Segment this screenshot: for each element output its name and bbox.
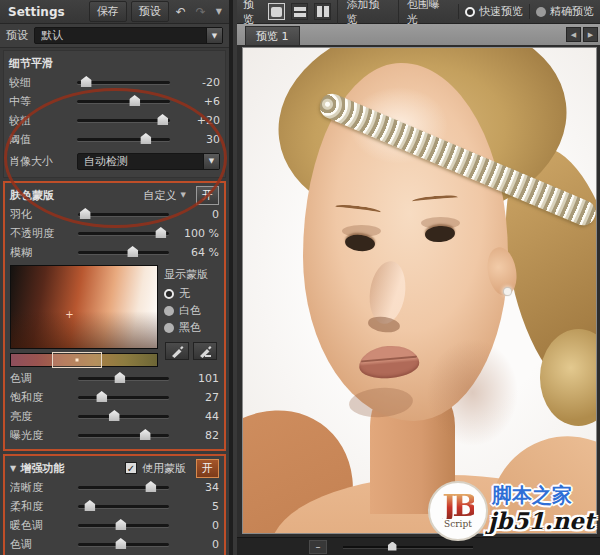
feather-slider[interactable] bbox=[78, 213, 169, 216]
view-split-horizontal-button[interactable] bbox=[291, 3, 308, 20]
accurate-preview-radio[interactable]: 精确预览 bbox=[529, 4, 594, 19]
show-mask-label: 显示蒙版 bbox=[164, 267, 219, 282]
slider-value: 64 % bbox=[175, 246, 219, 259]
slider-thumb[interactable] bbox=[96, 391, 107, 402]
slider-thumb[interactable] bbox=[155, 227, 166, 238]
sharpness-slider[interactable] bbox=[78, 486, 169, 489]
slider-value: 44 bbox=[175, 410, 219, 423]
detail-section-header[interactable]: 细节平滑 bbox=[9, 53, 220, 73]
preview-toolbar-label: 预览 bbox=[243, 0, 262, 27]
slider-label: 阈值 bbox=[9, 132, 71, 147]
portrait-jaw-shadow bbox=[427, 339, 519, 446]
skin-mask-header[interactable]: 肤色蒙版 自定义 ▼ 开 bbox=[10, 185, 219, 205]
tint-slider[interactable] bbox=[78, 543, 169, 546]
chevron-down-icon[interactable]: ▼ bbox=[213, 7, 225, 16]
slider-value: 101 bbox=[175, 372, 219, 385]
portraiture-plugin-window: Settings 保存 预设 ↶ ↷ ▼ 预设 默认 ▼ 细节平滑 较细 bbox=[0, 0, 600, 555]
zoom-slider-thumb[interactable] bbox=[388, 542, 397, 551]
slider-thumb[interactable] bbox=[114, 372, 125, 383]
coarse-slider[interactable] bbox=[77, 119, 170, 122]
slider-thumb[interactable] bbox=[140, 429, 151, 440]
enhancements-on-button[interactable]: 开 bbox=[196, 459, 219, 478]
saturation-slider[interactable] bbox=[78, 396, 169, 399]
hue-strip[interactable] bbox=[10, 353, 158, 367]
zoom-slider[interactable] bbox=[343, 546, 473, 548]
show-mask-option-black[interactable]: 黑色 bbox=[164, 319, 219, 336]
zoom-out-button[interactable]: – bbox=[309, 540, 327, 554]
show-mask-option-none[interactable]: 无 bbox=[164, 285, 219, 302]
slider-label: 色调 bbox=[10, 371, 72, 386]
radio-icon[interactable] bbox=[164, 306, 174, 316]
opacity-slider[interactable] bbox=[78, 232, 169, 235]
single-pane-icon bbox=[271, 7, 282, 17]
view-split-vertical-button[interactable] bbox=[314, 3, 331, 20]
threshold-slider[interactable] bbox=[77, 138, 170, 141]
mask-mode-dropdown[interactable]: 自定义 ▼ bbox=[144, 188, 186, 203]
warmth-slider[interactable] bbox=[78, 524, 169, 527]
slider-label: 饱和度 bbox=[10, 390, 72, 405]
collapse-caret-icon[interactable]: ▼ bbox=[10, 464, 16, 473]
preview-image[interactable] bbox=[242, 47, 597, 534]
eyedropper-add-button[interactable] bbox=[165, 342, 189, 360]
tab-preview-1[interactable]: 预览 1 bbox=[245, 26, 300, 45]
slider-thumb[interactable] bbox=[115, 519, 126, 530]
radio-selected-icon[interactable] bbox=[164, 289, 174, 299]
view-single-button[interactable] bbox=[268, 3, 285, 20]
medium-slider[interactable] bbox=[77, 100, 170, 103]
mask-on-button[interactable]: 开 bbox=[196, 186, 219, 205]
slider-thumb[interactable] bbox=[127, 246, 138, 257]
settings-titlebar: Settings 保存 预设 ↶ ↷ ▼ bbox=[0, 0, 229, 24]
slider-row-warmth: 暖色调 0 bbox=[10, 516, 219, 535]
softness-slider[interactable] bbox=[78, 505, 169, 508]
slider-row-medium: 中等 +6 bbox=[9, 92, 220, 111]
luminance-slider[interactable] bbox=[78, 415, 169, 418]
latitude-slider[interactable] bbox=[78, 434, 169, 437]
portrait-size-caret-icon[interactable]: ▼ bbox=[203, 154, 219, 169]
slider-label: 较粗 bbox=[9, 113, 71, 128]
radio-label: 黑色 bbox=[179, 320, 201, 335]
undo-icon[interactable]: ↶ bbox=[173, 5, 189, 19]
radio-icon[interactable] bbox=[164, 323, 174, 333]
slider-thumb[interactable] bbox=[84, 500, 95, 511]
portrait-size-dropdown[interactable]: 自动检测 ▼ bbox=[77, 153, 220, 170]
slider-value: +6 bbox=[176, 95, 220, 108]
tab-next-icon[interactable]: ▶ bbox=[583, 27, 598, 42]
slider-thumb[interactable] bbox=[157, 114, 168, 125]
slider-row-fine: 较细 -20 bbox=[9, 73, 220, 92]
hue-slider[interactable] bbox=[78, 377, 169, 380]
preset-button[interactable]: 预设 bbox=[131, 1, 169, 22]
hue-selection[interactable] bbox=[52, 352, 102, 368]
slider-thumb[interactable] bbox=[129, 95, 140, 106]
slider-thumb[interactable] bbox=[140, 133, 151, 144]
radio-icon[interactable] bbox=[536, 7, 546, 17]
use-mask-checkbox-row[interactable]: ✓ 使用蒙版 bbox=[125, 461, 186, 476]
fine-slider[interactable] bbox=[77, 81, 170, 84]
show-mask-column: 显示蒙版 无 白色 黑色 bbox=[164, 265, 219, 367]
section-enhancements: ▼ 增强功能 ✓ 使用蒙版 开 清晰度 34 柔和度 5 bbox=[3, 454, 226, 555]
panel-title: Settings bbox=[4, 5, 65, 19]
redo-icon[interactable]: ↷ bbox=[193, 5, 209, 19]
slider-thumb[interactable] bbox=[145, 481, 156, 492]
fuzz-slider[interactable] bbox=[78, 251, 169, 254]
checkbox-checked-icon[interactable]: ✓ bbox=[125, 462, 137, 474]
preset-dropdown-caret-icon[interactable]: ▼ bbox=[206, 28, 222, 43]
portrait-size-row: 肖像大小 自动检测 ▼ bbox=[9, 149, 220, 173]
color-gradient-box[interactable]: + bbox=[10, 265, 158, 349]
tab-prev-icon[interactable]: ◀ bbox=[566, 27, 581, 42]
slider-thumb[interactable] bbox=[81, 76, 92, 87]
eyedropper-remove-button[interactable] bbox=[193, 342, 217, 360]
slider-thumb[interactable] bbox=[109, 410, 120, 421]
slider-value: 5 bbox=[175, 500, 219, 513]
save-button[interactable]: 保存 bbox=[89, 1, 127, 22]
slider-thumb[interactable] bbox=[115, 538, 126, 549]
slider-value: +20 bbox=[176, 114, 220, 127]
slider-value: 100 % bbox=[175, 227, 219, 240]
slider-thumb[interactable] bbox=[80, 208, 91, 219]
color-marker-icon: + bbox=[65, 308, 73, 319]
preset-dropdown[interactable]: 默认 ▼ bbox=[34, 27, 223, 44]
slider-row-threshold: 阈值 30 bbox=[9, 130, 220, 149]
show-mask-option-white[interactable]: 白色 bbox=[164, 302, 219, 319]
enhancements-header[interactable]: ▼ 增强功能 ✓ 使用蒙版 开 bbox=[10, 458, 219, 478]
radio-selected-icon[interactable] bbox=[465, 7, 475, 17]
quick-preview-radio[interactable]: 快速预览 bbox=[458, 4, 523, 19]
